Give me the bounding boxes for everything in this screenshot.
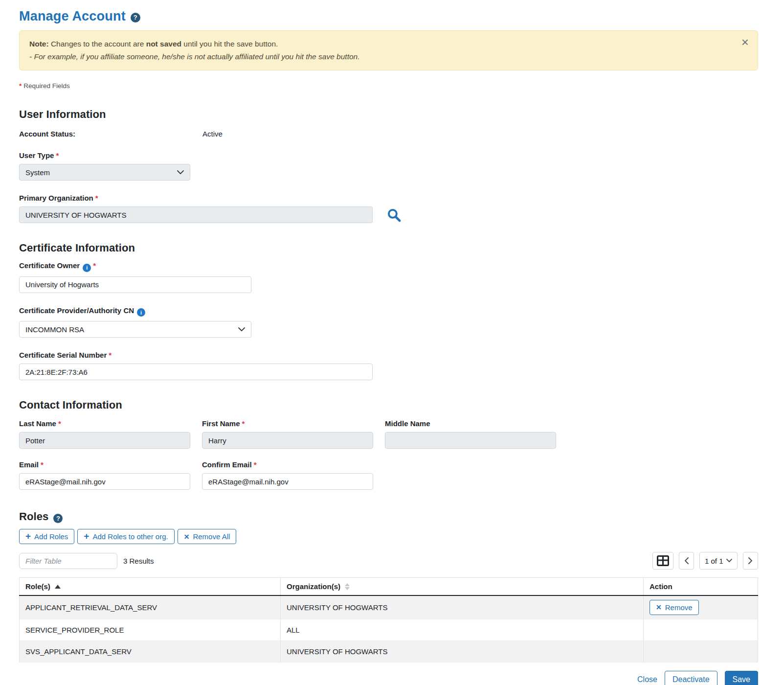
middle-name-input <box>385 432 556 449</box>
sort-ascending-icon <box>55 585 61 589</box>
help-icon[interactable]: ? <box>131 13 140 23</box>
roles-heading: Roles <box>19 510 48 523</box>
column-header-organizations[interactable]: Organization(s) <box>281 578 644 596</box>
last-name-label: Last Name* <box>19 419 190 428</box>
table-header-row: Role(s) Organization(s) Action <box>20 578 758 596</box>
roles-toolbar: +Add Roles +Add Roles to other org. ✕Rem… <box>19 529 758 544</box>
required-asterisk: * <box>109 351 112 359</box>
required-asterisk: * <box>242 419 245 428</box>
column-header-roles[interactable]: Role(s) <box>20 578 281 596</box>
account-status-label: Account Status: <box>19 130 202 138</box>
certificate-provider-select[interactable]: INCOMMON RSA <box>19 321 251 338</box>
pagination-controls: 1 of 1 <box>652 552 758 570</box>
sort-icon <box>345 583 350 590</box>
filter-table-input[interactable] <box>19 553 117 569</box>
user-type-label: User Type* <box>19 151 758 160</box>
chevron-left-icon <box>684 557 689 564</box>
table-row: SERVICE_PROVIDER_ROLE ALL <box>20 619 758 640</box>
contact-name-row: Last Name* First Name* Middle Name <box>19 419 758 449</box>
note-banner: Note: Changes to the account are not sav… <box>19 30 758 70</box>
role-cell: SVS_APPLICANT_DATA_SERV <box>20 640 281 662</box>
remove-all-button[interactable]: ✕Remove All <box>178 529 237 544</box>
role-cell: SERVICE_PROVIDER_ROLE <box>20 619 281 640</box>
save-button[interactable]: Save <box>725 671 758 685</box>
certificate-owner-label: Certificate Owneri* <box>19 261 758 272</box>
chevron-right-icon <box>748 557 753 564</box>
organization-cell: UNIVERSITY OF HOGWARTS <box>281 640 644 662</box>
primary-organization-label: Primary Organization* <box>19 194 758 202</box>
certificate-owner-input[interactable] <box>19 276 251 293</box>
certificate-serial-label: Certificate Serial Number* <box>19 351 758 359</box>
note-label: Note: <box>29 40 49 48</box>
required-asterisk: * <box>93 261 96 270</box>
role-cell: APPLICANT_RETRIEVAL_DATA_SERV <box>20 595 281 619</box>
search-organization-button[interactable] <box>386 207 402 223</box>
column-settings-button[interactable] <box>652 552 673 570</box>
required-fields-note: *Required Fields <box>19 82 758 90</box>
action-cell <box>644 640 758 662</box>
page-select-value: 1 of 1 <box>705 557 723 565</box>
certificate-serial-input[interactable] <box>19 364 373 380</box>
roles-heading-row: Roles ? <box>19 510 758 523</box>
first-name-label: First Name* <box>202 419 373 428</box>
table-row: APPLICANT_RETRIEVAL_DATA_SERV UNIVERSITY… <box>20 595 758 619</box>
roles-table: Role(s) Organization(s) Action APPLICANT… <box>19 577 758 662</box>
next-page-button[interactable] <box>743 552 758 570</box>
certificate-provider-value: INCOMMON RSA <box>25 325 84 334</box>
column-header-action: Action <box>644 578 758 596</box>
email-input[interactable] <box>19 473 190 490</box>
chevron-down-icon <box>177 170 184 175</box>
chevron-down-icon <box>726 559 732 563</box>
first-name-group: First Name* <box>202 419 373 449</box>
table-grid-icon <box>657 555 669 566</box>
chevron-down-icon <box>238 327 245 332</box>
required-asterisk: * <box>58 419 61 428</box>
email-group: Email* <box>19 460 190 490</box>
user-information-heading: User Information <box>19 108 758 121</box>
account-status-value: Active <box>202 130 223 138</box>
manage-account-page: Manage Account ? Note: Changes to the ac… <box>19 0 758 685</box>
info-icon[interactable]: i <box>83 264 91 272</box>
certificate-information-heading: Certificate Information <box>19 242 758 254</box>
footer-actions: Close Deactivate Save <box>19 671 758 685</box>
add-roles-button[interactable]: +Add Roles <box>19 529 74 544</box>
required-asterisk: * <box>56 151 59 160</box>
table-controls-row: 3 Results 1 of 1 <box>19 552 758 570</box>
confirm-email-label: Confirm Email* <box>202 460 373 469</box>
x-icon: ✕ <box>656 604 662 611</box>
user-type-group: User Type* System <box>19 151 758 181</box>
user-type-value: System <box>25 168 50 177</box>
deactivate-button[interactable]: Deactivate <box>665 671 717 685</box>
page-title-row: Manage Account ? <box>19 9 758 24</box>
primary-organization-group: Primary Organization* <box>19 194 758 223</box>
note-text-line2: - For example, if you affiliate someone,… <box>29 51 732 63</box>
help-icon[interactable]: ? <box>53 514 63 523</box>
remove-role-button[interactable]: ✕Remove <box>650 600 699 615</box>
email-label: Email* <box>19 460 190 469</box>
previous-page-button[interactable] <box>679 552 694 570</box>
close-icon[interactable]: × <box>741 36 749 48</box>
last-name-input <box>19 432 190 449</box>
first-name-input <box>202 432 373 449</box>
confirm-email-input[interactable] <box>202 473 373 490</box>
x-icon: ✕ <box>184 533 190 540</box>
note-bold: not saved <box>146 40 181 48</box>
plus-icon: + <box>84 531 89 541</box>
info-icon[interactable]: i <box>137 308 145 317</box>
close-button[interactable]: Close <box>637 675 657 684</box>
add-roles-other-org-button[interactable]: +Add Roles to other org. <box>77 529 174 544</box>
confirm-email-group: Confirm Email* <box>202 460 373 490</box>
asterisk-icon: * <box>19 82 22 90</box>
results-count: 3 Results <box>123 557 154 565</box>
middle-name-label: Middle Name <box>385 419 556 428</box>
plus-icon: + <box>25 531 31 541</box>
last-name-group: Last Name* <box>19 419 190 449</box>
page-select[interactable]: 1 of 1 <box>699 552 738 570</box>
note-text-line1: Note: Changes to the account are not sav… <box>29 38 732 50</box>
organization-cell: UNIVERSITY OF HOGWARTS <box>281 595 644 619</box>
page-title: Manage Account <box>19 9 126 24</box>
certificate-serial-group: Certificate Serial Number* <box>19 351 758 380</box>
action-cell <box>644 619 758 640</box>
contact-information-heading: Contact Information <box>19 399 758 411</box>
user-type-select[interactable]: System <box>19 164 190 181</box>
